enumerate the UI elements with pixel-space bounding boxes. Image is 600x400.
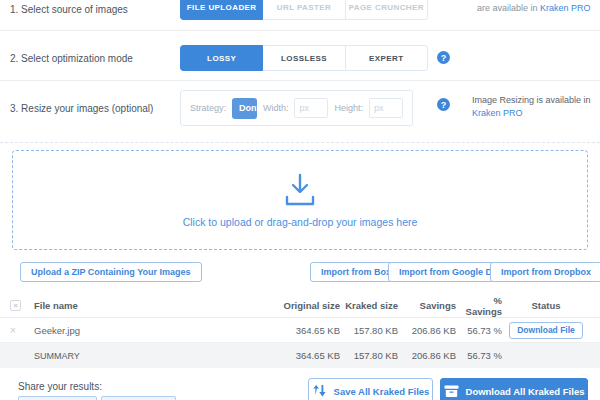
download-all-label: Download All Kraked Files xyxy=(466,386,585,397)
cell-pct-savings: 56.73 % xyxy=(456,325,502,336)
download-all-button[interactable]: Download All Kraked Files xyxy=(440,378,588,400)
kraken-optimizer-page: 1. Select source of images FILE UPLOADER… xyxy=(0,0,600,400)
step3-label: 3. Resize your images (optional) xyxy=(10,103,153,114)
import-dropbox-button[interactable]: Import from Dropbox xyxy=(490,262,600,282)
save-all-label: Save All Kraked Files xyxy=(334,386,430,397)
cell-file-name: Geeker.jpg xyxy=(26,325,262,336)
save-all-button[interactable]: Save All Kraked Files xyxy=(308,378,433,400)
header-status: Status xyxy=(502,300,590,311)
download-file-button[interactable]: Download File xyxy=(509,322,583,339)
divider xyxy=(0,142,600,143)
resize-help-icon[interactable]: ? xyxy=(437,98,450,111)
header-pct-savings: % Savings xyxy=(456,295,502,317)
kraken-pro-link[interactable]: Kraken PRO xyxy=(472,108,523,118)
mode-tab-group: LOSSY LOSSLESS EXPERT xyxy=(180,45,428,71)
width-input[interactable] xyxy=(294,98,328,118)
width-label: Width: xyxy=(263,103,289,113)
step1-label: 1. Select source of images xyxy=(10,4,128,15)
share-button[interactable] xyxy=(18,396,97,400)
cell-kraked-size: 157.80 KB xyxy=(340,325,398,336)
tab-file-uploader[interactable]: FILE UPLOADER xyxy=(180,0,263,20)
tab-lossy[interactable]: LOSSY xyxy=(180,45,263,71)
archive-box-icon xyxy=(444,385,459,397)
kraken-pro-link[interactable]: Kraken PRO xyxy=(540,3,591,13)
header-original-size: Original size xyxy=(262,300,340,311)
header-kraked-size: Kraked size xyxy=(340,300,398,311)
results-table: × File name Original size Kraked size Sa… xyxy=(0,294,600,368)
divider xyxy=(0,80,600,81)
resize-pro-note: Image Resizing is available in Kraken PR… xyxy=(472,94,591,120)
header-file-name: File name xyxy=(26,300,262,311)
height-label: Height: xyxy=(334,103,363,113)
cell-savings: 206.86 KB xyxy=(398,325,456,336)
header-savings: Savings xyxy=(398,300,456,311)
table-header-row: × File name Original size Kraked size Sa… xyxy=(0,294,600,318)
upload-arrow-icon xyxy=(279,173,321,207)
dropzone-text: Click to upload or drag-and-drop your im… xyxy=(183,216,418,228)
pro-note: are available in Kraken PRO xyxy=(477,3,591,13)
upload-zip-button[interactable]: Upload a ZIP Containing Your Images xyxy=(20,262,202,282)
tab-page-cruncher[interactable]: PAGE CRUNCHER xyxy=(346,0,428,20)
table-row: × Geeker.jpg 364.65 KB 157.80 KB 206.86 … xyxy=(0,318,600,343)
tab-expert[interactable]: EXPERT xyxy=(346,45,428,71)
strategy-value: Don't Resize xyxy=(232,103,257,113)
transfer-arrows-icon xyxy=(312,385,327,397)
tab-url-paster[interactable]: URL PASTER xyxy=(263,0,345,20)
clear-all-icon[interactable]: × xyxy=(10,300,21,311)
summary-savings: 206.86 KB xyxy=(398,350,456,361)
mode-help-icon[interactable]: ? xyxy=(437,51,450,64)
summary-row: SUMMARY 364.65 KB 157.80 KB 206.86 KB 56… xyxy=(0,343,600,368)
height-input[interactable] xyxy=(369,98,403,118)
strategy-label: Strategy: xyxy=(190,103,226,113)
divider xyxy=(0,30,600,31)
summary-kraked-size: 157.80 KB xyxy=(340,350,398,361)
upload-dropzone[interactable]: Click to upload or drag-and-drop your im… xyxy=(12,150,588,250)
share-button[interactable] xyxy=(101,396,176,400)
pro-note-text: are available in xyxy=(477,3,538,13)
remove-file-icon[interactable]: × xyxy=(10,325,26,336)
share-results-label: Share your results: xyxy=(18,381,102,392)
source-tab-group: FILE UPLOADER URL PASTER PAGE CRUNCHER xyxy=(180,0,428,20)
step2-label: 2. Select optimization mode xyxy=(10,53,133,64)
summary-original-size: 364.65 KB xyxy=(262,350,340,361)
cell-original-size: 364.65 KB xyxy=(262,325,340,336)
summary-label: SUMMARY xyxy=(26,351,262,361)
summary-pct-savings: 56.73 % xyxy=(456,350,502,361)
resize-panel: Strategy: Don't Resize Width: Height: xyxy=(180,90,413,126)
resize-note-text: Image Resizing is available in xyxy=(472,95,591,105)
tab-lossless[interactable]: LOSSLESS xyxy=(263,45,345,71)
strategy-dropdown[interactable]: Don't Resize xyxy=(232,98,257,119)
